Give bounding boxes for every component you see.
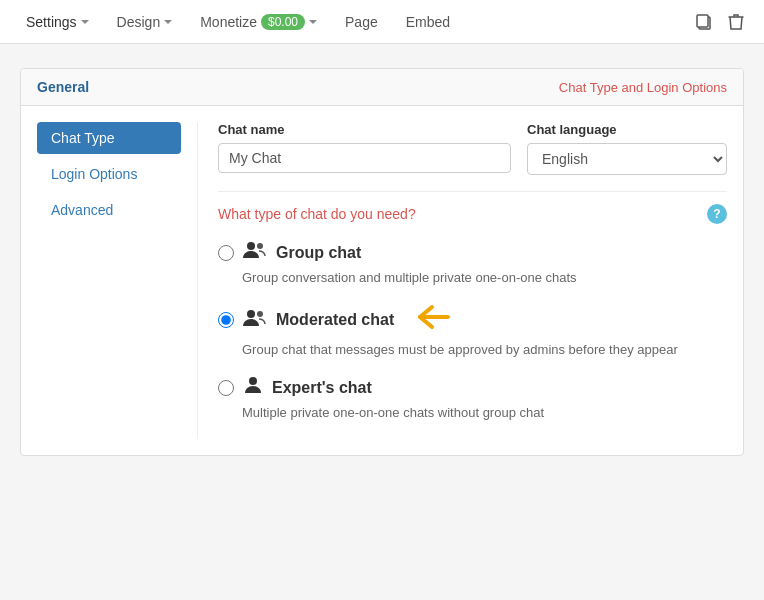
radio-option-group: Group chat Group conversation and multip… <box>218 240 727 287</box>
trash-button[interactable] <box>720 6 752 38</box>
nav-design[interactable]: Design <box>103 0 187 44</box>
divider <box>218 191 727 192</box>
chevron-down-icon <box>309 20 317 24</box>
moderated-chat-desc: Group chat that messages must be approve… <box>242 341 727 359</box>
nav-embed[interactable]: Embed <box>392 0 464 44</box>
group-chat-icon <box>242 240 268 265</box>
page-content: General Chat Type and Login Options Chat… <box>0 44 764 480</box>
nav-page[interactable]: Page <box>331 0 392 44</box>
help-icon[interactable]: ? <box>707 204 727 224</box>
chat-name-group: Chat name <box>218 122 511 175</box>
group-chat-desc: Group conversation and multiple private … <box>242 269 727 287</box>
monetize-badge: $0.00 <box>261 14 305 30</box>
chat-name-label: Chat name <box>218 122 511 137</box>
radio-group-chat[interactable] <box>218 245 234 261</box>
svg-point-6 <box>249 377 257 385</box>
card-header-link[interactable]: Chat Type and Login Options <box>559 80 727 95</box>
radio-expert-chat[interactable] <box>218 380 234 396</box>
chevron-down-icon <box>164 20 172 24</box>
svg-point-4 <box>247 310 255 318</box>
svg-point-3 <box>257 243 263 249</box>
expert-chat-icon <box>242 375 264 400</box>
chat-lang-select[interactable]: English Spanish French German Portuguese <box>527 143 727 175</box>
nav-monetize[interactable]: Monetize $0.00 <box>186 0 331 44</box>
svg-rect-1 <box>697 15 708 27</box>
group-chat-label: Group chat <box>276 244 361 262</box>
svg-point-2 <box>247 242 255 250</box>
card-header: General Chat Type and Login Options <box>21 69 743 106</box>
expert-chat-label: Expert's chat <box>272 379 372 397</box>
copy-button[interactable] <box>688 6 720 38</box>
card-body: Chat Type Login Options Advanced Chat na… <box>21 106 743 455</box>
sidebar-login-options[interactable]: Login Options <box>37 158 181 190</box>
radio-option-moderated: Moderated chat Group chat that messages … <box>218 303 727 359</box>
moderated-chat-icon <box>242 308 268 333</box>
top-navigation: Settings Design Monetize $0.00 Page Embe… <box>0 0 764 44</box>
card-title: General <box>37 79 89 95</box>
sidebar-chat-type[interactable]: Chat Type <box>37 122 181 154</box>
nav-settings[interactable]: Settings <box>12 0 103 44</box>
svg-point-5 <box>257 311 263 317</box>
chat-type-question-row: What type of chat do you need? ? <box>218 204 727 224</box>
expert-chat-desc: Multiple private one-on-one chats withou… <box>242 404 727 422</box>
chevron-down-icon <box>81 20 89 24</box>
left-sidebar: Chat Type Login Options Advanced <box>37 122 197 439</box>
chat-type-question-text: What type of chat do you need? <box>218 206 416 222</box>
radio-option-expert: Expert's chat Multiple private one-on-on… <box>218 375 727 422</box>
general-card: General Chat Type and Login Options Chat… <box>20 68 744 456</box>
chat-name-input[interactable] <box>218 143 511 173</box>
sidebar-advanced[interactable]: Advanced <box>37 194 181 226</box>
form-row-top: Chat name Chat language English Spanish … <box>218 122 727 175</box>
chat-lang-group: Chat language English Spanish French Ger… <box>527 122 727 175</box>
radio-moderated-chat[interactable] <box>218 312 234 328</box>
moderated-chat-label: Moderated chat <box>276 311 394 329</box>
moderated-arrow-icon <box>410 303 450 337</box>
chat-lang-label: Chat language <box>527 122 727 137</box>
right-content: Chat name Chat language English Spanish … <box>197 122 727 439</box>
